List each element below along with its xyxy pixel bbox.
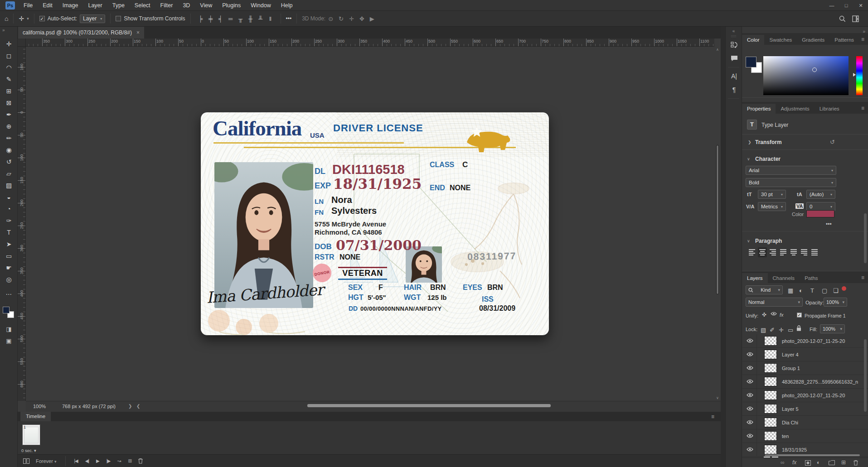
healing-brush-tool[interactable]: ⊕ [0,120,18,132]
scroll-down-icon[interactable]: ∨ [715,396,720,400]
adjustment-layer-icon[interactable]: ◐ [817,459,820,466]
menu-item[interactable]: Plugins [217,0,246,11]
duplicate-frame-button[interactable]: ⊞ [128,458,131,463]
layers-horizontal-scrollbar[interactable] [765,454,860,456]
show-transform-checkbox[interactable] [116,16,121,21]
color-field-cursor[interactable] [812,67,817,72]
auto-select-target-dropdown[interactable]: Layer ▾ [80,14,105,23]
menu-item[interactable]: Layer [83,0,107,11]
justify-last-left-button[interactable] [779,247,788,257]
panel-tab[interactable]: Gradients [797,35,829,45]
scroll-up-icon[interactable]: ∧ [715,48,720,52]
quick-selection-tool[interactable]: ✎ [0,73,18,85]
layer-row[interactable]: ∨ 8 T 48362828_2275...59950661632_n [742,375,868,389]
search-icon[interactable] [839,15,846,22]
tracking-dropdown[interactable]: 0▾ [806,202,835,211]
layer-thumbnail[interactable] [764,363,777,373]
dodge-tool[interactable]: ◔ [0,203,18,215]
align-bottom-edges-icon[interactable]: ╨ [256,15,266,22]
horizontal-scrollbar[interactable] [307,404,551,407]
layer-thumbnail[interactable] [764,377,777,386]
paragraph-panel-icon[interactable]: ¶ [726,83,742,96]
move-tool[interactable]: ✛ [0,38,18,50]
layer-name[interactable]: Group 1 [782,366,800,371]
canvas-area[interactable]: 3503002502001501005005010015020025030035… [18,39,721,412]
auto-select-checkbox[interactable]: ✓ [39,16,45,21]
layer-name[interactable]: Layer 5 [782,406,799,412]
frame-tool[interactable]: ⊠ [0,97,18,109]
justify-last-right-button[interactable] [800,247,809,257]
align-vertical-centers-icon[interactable]: ╫ [246,15,256,22]
panel-menu-icon[interactable]: ≡ [861,36,864,43]
layer-thumbnail[interactable] [764,350,777,359]
expand-panels-icon[interactable]: « [726,27,742,34]
align-top-edges-icon[interactable]: ╥ [236,15,246,22]
zoom-level[interactable]: 100% [33,404,46,409]
panel-tab[interactable]: Swatches [764,35,797,45]
layer-thumbnail[interactable] [764,418,777,427]
document-tab[interactable]: california.psd @ 100% (07/31/2000, RGB/8… [18,27,144,39]
delete-layer-icon[interactable] [853,460,858,466]
scrollbar-thumb[interactable] [716,145,719,294]
path-selection-tool[interactable]: ➤ [0,238,18,250]
menu-item[interactable]: File [19,0,38,11]
status-prev-icon[interactable]: ❮ [136,404,140,409]
align-left-edges-icon[interactable]: ╞ [196,15,206,22]
rectangular-marquee-tool[interactable]: ◻ [0,50,18,62]
previous-frame-button[interactable]: ◀| [85,458,89,463]
frame-delay-dropdown[interactable]: 0 sec. ▾ [21,448,36,453]
more-options-button[interactable]: ••• [286,15,292,22]
tween-button[interactable]: ↝ [117,458,121,463]
font-family-dropdown[interactable]: Arial▾ [746,166,836,175]
play-button[interactable]: ▶ [96,458,99,463]
chevron-down-icon[interactable]: ▾ [27,16,29,21]
3d-pan-icon[interactable]: ✛ [349,15,354,22]
layer-thumbnail[interactable] [764,336,777,346]
menu-item[interactable]: Window [246,0,276,11]
align-center-button[interactable] [758,247,767,257]
more-options-icon[interactable]: ••• [826,221,832,227]
layer-thumbnail[interactable] [764,431,777,441]
reset-transform-icon[interactable]: ↺ [830,139,835,145]
visibility-eye-icon[interactable] [747,406,753,411]
layer-name[interactable]: photo_2020-12-07_11-25-20 [782,338,845,344]
font-size-dropdown[interactable]: 30 pt▾ [758,190,786,199]
menu-item[interactable]: 3D [178,0,195,11]
layer-row[interactable]: ∨ 8 T ten [742,429,868,443]
shape-tool[interactable]: ▭ [0,250,18,262]
eraser-tool[interactable]: ▱ [0,168,18,179]
loop-count-dropdown[interactable]: Forever ▾ [36,458,57,464]
layer-name[interactable]: Layer 4 [782,352,799,357]
text-color-swatch[interactable] [806,210,834,217]
eyedropper-tool[interactable]: ✒ [0,109,18,120]
license-canvas-image[interactable]: California USA DRIVER LICENSE [201,112,549,335]
hue-slider[interactable] [856,56,863,95]
justify-all-button[interactable] [810,247,819,257]
layer-thumbnail[interactable] [764,390,777,400]
toolbar-collapse-icon[interactable]: » [0,27,17,34]
hue-slider-pointer[interactable] [853,73,856,77]
clone-stamp-tool[interactable]: ◉ [0,144,18,156]
blur-tool[interactable]: ◒ [0,191,18,203]
next-frame-button[interactable]: |▶ [107,458,110,463]
pen-tool[interactable]: ✑ [0,215,18,226]
chevron-down-icon[interactable]: ∨ [747,239,750,243]
hand-tool[interactable]: ☛ [0,262,18,274]
layer-name[interactable]: photo_2020-12-07_11-25-20 [782,393,845,398]
layer-row[interactable]: ∨ 8 T Dia Chi [742,416,868,429]
panel-tab[interactable]: Libraries [815,104,844,114]
layer-row[interactable]: ∨ 8 T Layer 5 [742,402,868,416]
color-field[interactable] [763,56,849,95]
first-frame-button[interactable]: |◀ [74,458,78,463]
font-style-dropdown[interactable]: Bold▾ [746,178,836,187]
visibility-eye-icon[interactable] [747,338,753,343]
new-layer-icon[interactable]: ⊞ [841,459,846,466]
foreground-color-swatch[interactable] [3,307,10,313]
paragraph-section-header[interactable]: Paragraph [755,238,782,244]
status-next-icon[interactable]: ❯ [128,404,132,409]
minimize-button[interactable]: — [824,0,839,11]
visibility-eye-icon[interactable] [747,420,753,424]
scrollbar-thumb[interactable] [864,213,867,263]
comments-panel-icon[interactable] [726,52,742,65]
3d-slide-icon[interactable]: ✥ [359,15,364,22]
